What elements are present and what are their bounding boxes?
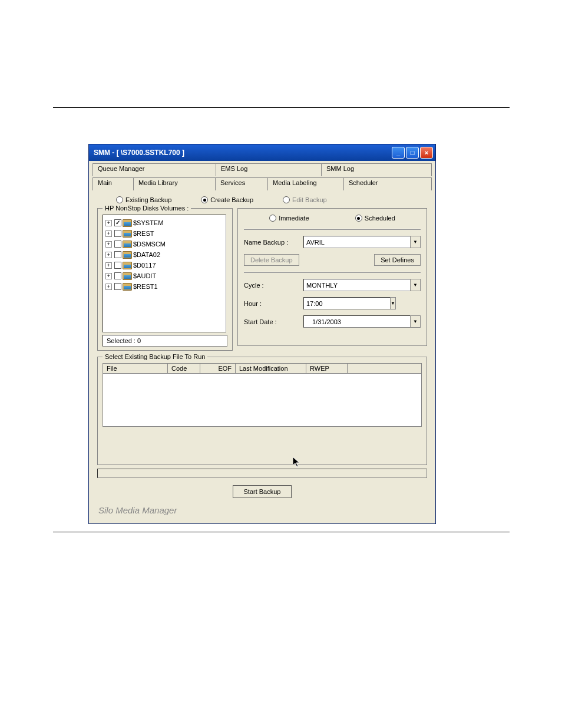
tree-item-audit[interactable]: + $AUDIT <box>105 271 223 281</box>
tree-item-d0117[interactable]: + $D0117 <box>105 260 223 271</box>
tree-item-rest1[interactable]: + $REST1 <box>105 281 223 292</box>
radio-label: Existing Backup <box>125 196 171 203</box>
radio-label: Edit Backup <box>292 196 327 203</box>
selected-count: Selected : 0 <box>103 335 227 347</box>
checkbox-icon[interactable] <box>114 219 121 226</box>
start-date-row: Start Date : <box>244 315 421 328</box>
checkbox-icon[interactable] <box>114 251 121 258</box>
tree-item-system[interactable]: + $SYSTEM <box>105 218 223 228</box>
tree-item-label: $REST <box>133 230 154 237</box>
folder-icon <box>123 230 132 238</box>
delete-set-row: Delete Backup Set Defines <box>244 254 421 266</box>
cycle-label: Cycle : <box>244 282 300 289</box>
tab-media-labeling[interactable]: Media Labeling <box>267 177 344 190</box>
tree-item-label: $AUDIT <box>133 272 156 279</box>
dropdown-arrow-icon[interactable] <box>390 297 396 309</box>
cycle-dropdown[interactable] <box>303 279 421 291</box>
checkbox-icon[interactable] <box>114 230 121 237</box>
radio-scheduled[interactable]: Scheduled <box>355 215 395 222</box>
volumes-fieldset-legend: HP NonStop Disks Volumes : <box>103 205 191 212</box>
expand-icon[interactable]: + <box>105 252 112 258</box>
main-window: SMM - [ \S7000.SSTKL700 ] _ □ × Queue Ma… <box>88 144 436 524</box>
timing-radios: Immediate Scheduled <box>244 213 421 223</box>
name-backup-label: Name Backup : <box>244 239 300 246</box>
expand-icon[interactable]: + <box>105 284 112 290</box>
name-backup-row: Name Backup : <box>244 236 421 248</box>
tree-item-label: $DATA02 <box>133 251 160 258</box>
volumes-tree[interactable]: + $SYSTEM + $REST + <box>103 215 226 332</box>
tab-ems-log[interactable]: EMS Log <box>216 163 322 176</box>
cycle-row: Cycle : <box>244 279 421 291</box>
tab-main[interactable]: Main <box>92 177 134 190</box>
folder-icon <box>123 262 132 269</box>
radio-existing-backup[interactable]: Existing Backup <box>116 196 171 203</box>
col-last-mod[interactable]: Last Modification <box>236 364 306 373</box>
radio-dot-icon <box>201 196 208 203</box>
dropdown-arrow-icon[interactable] <box>410 315 421 328</box>
client-area: Queue Manager EMS Log SMM Log Main Media… <box>89 161 435 523</box>
status-line <box>97 469 427 478</box>
cycle-input[interactable] <box>303 279 410 291</box>
tab-services[interactable]: Services <box>215 177 268 190</box>
start-date-input[interactable] <box>303 315 410 328</box>
checkbox-icon[interactable] <box>114 241 121 248</box>
file-list-headers: File Code EOF Last Modification RWEP <box>103 363 422 374</box>
folder-icon <box>123 283 132 291</box>
close-button[interactable]: × <box>420 147 433 159</box>
col-code[interactable]: Code <box>168 364 200 373</box>
checkbox-icon[interactable] <box>114 272 121 279</box>
radio-create-backup[interactable]: Create Backup <box>201 196 253 203</box>
tree-item-dsmscm[interactable]: + $DSMSCM <box>105 239 223 249</box>
run-file-legend: Select Existing Backup File To Run <box>103 353 207 360</box>
footer-brand: Silo Media Manager <box>92 502 432 520</box>
dropdown-arrow-icon[interactable] <box>410 236 421 248</box>
radio-label: Scheduled <box>365 215 395 222</box>
col-file[interactable]: File <box>103 364 168 373</box>
file-list-body[interactable] <box>103 374 422 427</box>
name-backup-input[interactable] <box>303 236 410 248</box>
expand-icon[interactable]: + <box>105 262 112 269</box>
minimize-button[interactable]: _ <box>392 147 405 159</box>
radio-edit-backup: Edit Backup <box>283 196 327 203</box>
hour-label: Hour : <box>244 300 300 307</box>
maximize-button[interactable]: □ <box>406 147 419 159</box>
page-divider-top <box>53 107 510 108</box>
start-date-label: Start Date : <box>244 318 300 325</box>
tree-item-label: $SYSTEM <box>133 219 163 226</box>
hour-dropdown[interactable] <box>303 297 356 309</box>
titlebar-buttons: _ □ × <box>392 147 433 159</box>
name-backup-dropdown[interactable] <box>303 236 421 248</box>
expand-icon[interactable]: + <box>105 241 112 248</box>
tree-item-data02[interactable]: + $DATA02 <box>105 249 223 260</box>
tree-item-label: $REST1 <box>133 283 158 290</box>
start-backup-button[interactable]: Start Backup <box>233 485 292 498</box>
radio-label: Create Backup <box>210 196 253 203</box>
radio-dot-icon <box>269 215 276 222</box>
radio-immediate[interactable]: Immediate <box>269 215 309 222</box>
page-divider-bottom <box>53 532 510 532</box>
main-columns: HP NonStop Disks Volumes : + $SYSTEM + <box>92 208 432 351</box>
expand-icon[interactable]: + <box>105 220 112 226</box>
checkbox-icon[interactable] <box>114 283 121 290</box>
set-defines-button[interactable]: Set Defines <box>374 254 421 266</box>
dropdown-arrow-icon[interactable] <box>410 279 421 291</box>
tab-media-library[interactable]: Media Library <box>133 177 216 190</box>
start-date-dropdown[interactable] <box>303 315 421 328</box>
tab-queue-manager[interactable]: Queue Manager <box>92 163 216 176</box>
radio-dot-icon <box>355 215 362 222</box>
tab-smm-log[interactable]: SMM Log <box>321 163 432 176</box>
titlebar[interactable]: SMM - [ \S7000.SSTKL700 ] _ □ × <box>89 144 435 161</box>
window-title: SMM - [ \S7000.SSTKL700 ] <box>94 149 184 157</box>
tab-scheduler[interactable]: Scheduler <box>343 177 432 190</box>
hour-input[interactable] <box>303 297 390 309</box>
folder-open-icon <box>123 219 132 227</box>
tree-item-label: $DSMSCM <box>133 241 166 248</box>
radio-label: Immediate <box>279 215 309 222</box>
checkbox-icon[interactable] <box>114 262 121 269</box>
tree-item-rest[interactable]: + $REST <box>105 228 223 239</box>
hour-row: Hour : <box>244 297 421 309</box>
col-rwep[interactable]: RWEP <box>306 364 348 373</box>
expand-icon[interactable]: + <box>105 273 112 279</box>
col-eof[interactable]: EOF <box>200 364 236 373</box>
expand-icon[interactable]: + <box>105 230 112 237</box>
